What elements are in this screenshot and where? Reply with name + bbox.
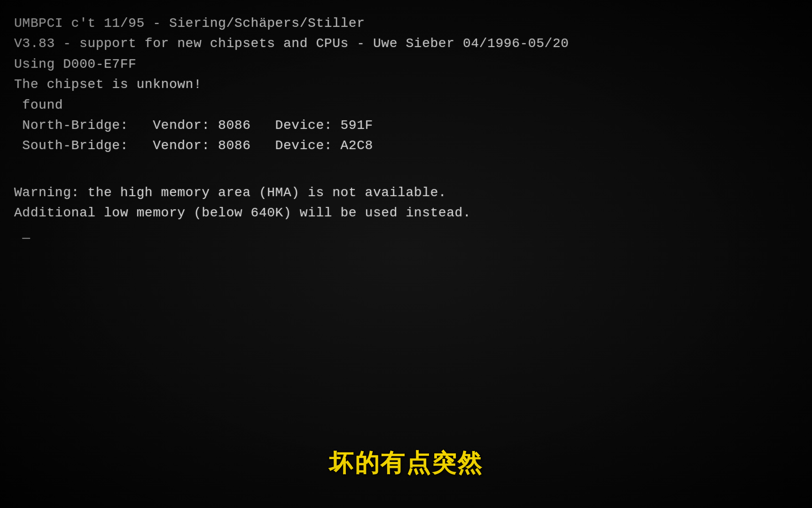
terminal-line-2: V3.83 - support for new chipsets and CPU… <box>14 33 798 54</box>
terminal-line-8: Warning: the high memory area (HMA) is n… <box>14 183 798 203</box>
terminal-line-4: The chipset is unknown! <box>14 74 798 95</box>
terminal-line-1: UMBPCI c't 11/95 - Siering/Schäpers/Stil… <box>14 13 798 33</box>
screen: UMBPCI c't 11/95 - Siering/Schäpers/Stil… <box>0 0 812 508</box>
subtitle-area: 坏的有点突然 <box>0 447 812 480</box>
terminal-line-6: North-Bridge: Vendor: 8086 Device: 591F <box>14 115 798 135</box>
terminal-area: UMBPCI c't 11/95 - Siering/Schäpers/Stil… <box>0 0 812 508</box>
blank-line-1 <box>14 156 798 169</box>
terminal-cursor-line: _ <box>14 223 798 244</box>
blank-line-2 <box>14 169 798 183</box>
terminal-line-3: Using D000-E7FF <box>14 54 798 74</box>
terminal-line-9: Additional low memory (below 640K) will … <box>14 203 798 223</box>
terminal-line-7: South-Bridge: Vendor: 8086 Device: A2C8 <box>14 135 798 156</box>
subtitle-text: 坏的有点突然 <box>329 449 483 476</box>
terminal-line-5: found <box>14 95 798 115</box>
